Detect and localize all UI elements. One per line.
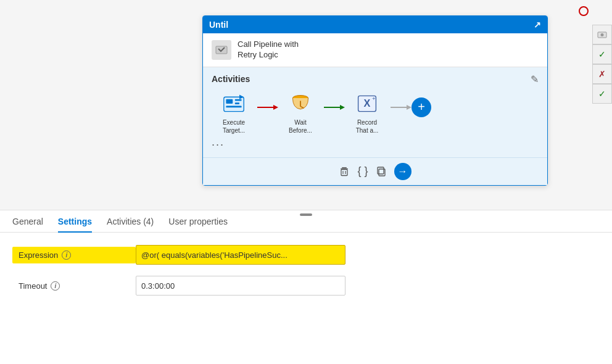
add-activity-button[interactable]: + (411, 97, 431, 117)
activities-section: Activities ✎ (203, 67, 547, 157)
pipeline-icon-btn[interactable] (592, 25, 612, 44)
red-circle-indicator (579, 6, 589, 16)
call-pipeline-icon (212, 40, 231, 60)
svg-rect-21 (341, 169, 347, 175)
record-icon-box: X + (355, 91, 379, 116)
check-btn-2[interactable]: ✓ (592, 84, 612, 104)
until-header: Until ↗ (203, 16, 547, 33)
svg-marker-8 (273, 105, 278, 110)
copy-button[interactable] (376, 166, 387, 177)
wait-icon-box (288, 91, 313, 116)
timeout-label: Timeout i (12, 278, 136, 294)
navigate-button[interactable]: → (394, 163, 411, 180)
delete-button[interactable] (339, 166, 350, 177)
activities-label: Activities (212, 74, 250, 84)
expression-input[interactable] (136, 245, 345, 265)
red-arrow (256, 101, 278, 114)
activity-flow: ExecuteTarget... (212, 91, 539, 134)
activities-header: Activities ✎ (212, 73, 539, 85)
call-pipeline-label: Call Pipeline withRetry Logic (238, 39, 299, 60)
activity-execute[interactable]: ExecuteTarget... (212, 91, 256, 134)
activity-wait[interactable]: WaitBefore... (278, 91, 323, 134)
card-toolbar: { } → (203, 157, 547, 185)
timeout-input[interactable] (136, 276, 345, 296)
svg-text:+: + (372, 95, 375, 101)
record-label: RecordThat a... (356, 118, 379, 134)
tab-activities[interactable]: Activities (4) (107, 210, 154, 233)
tab-general[interactable]: General (12, 210, 43, 233)
collapse-handle (300, 213, 312, 216)
timeout-info-icon[interactable]: i (51, 281, 60, 291)
wait-label: WaitBefore... (289, 118, 312, 134)
until-card: Until ↗ Call Pipeline withRetry Logic Ac… (202, 15, 548, 186)
svg-text:X: X (364, 97, 371, 109)
gray-arrow (389, 101, 411, 114)
expression-row: Expression i (12, 245, 600, 265)
ellipsis: ... (212, 136, 539, 149)
svg-rect-5 (226, 105, 241, 107)
until-title: Until (209, 20, 228, 30)
call-pipeline-row[interactable]: Call Pipeline withRetry Logic (203, 33, 547, 67)
svg-marker-18 (407, 105, 411, 110)
check-btn-1[interactable]: ✓ (592, 44, 612, 64)
expression-label: Expression i (12, 247, 136, 263)
form-area: Expression i Timeout i (0, 233, 612, 296)
tab-settings[interactable]: Settings (58, 210, 92, 233)
svg-rect-4 (235, 102, 239, 104)
timeout-row: Timeout i (12, 276, 600, 296)
svg-rect-1 (224, 97, 244, 111)
expand-icon[interactable]: ↗ (534, 20, 541, 30)
braces-button[interactable]: { } (357, 165, 368, 178)
execute-label: ExecuteTarget... (223, 118, 245, 134)
activity-record[interactable]: X + RecordThat a... (345, 91, 389, 134)
svg-point-27 (601, 33, 604, 36)
right-buttons: ✓ ✗ ✓ (592, 25, 612, 104)
tab-user-properties[interactable]: User properties (168, 210, 228, 233)
close-btn[interactable]: ✗ (592, 64, 612, 84)
edit-icon[interactable]: ✎ (531, 73, 539, 85)
bottom-panel: General Settings Activities (4) User pro… (0, 210, 612, 296)
svg-marker-13 (340, 105, 345, 110)
execute-icon-box (221, 91, 246, 116)
svg-rect-3 (235, 99, 242, 101)
expression-info-icon[interactable]: i (62, 250, 71, 260)
green-arrow (323, 101, 345, 114)
canvas-area: Until ↗ Call Pipeline withRetry Logic Ac… (0, 0, 612, 210)
svg-rect-19 (342, 167, 347, 168)
svg-rect-2 (226, 99, 233, 104)
